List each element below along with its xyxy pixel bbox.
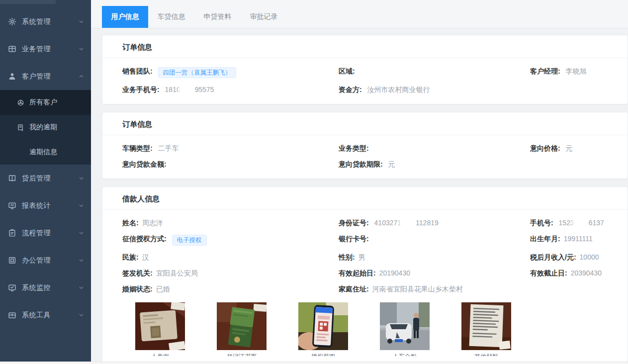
handwritten-doc-photo[interactable]: 其他材料	[461, 302, 511, 356]
field-bank-card: 银行卡号:	[339, 234, 530, 246]
tab-car-loan-info[interactable]: 车贷信息	[148, 6, 194, 28]
sidebar-item-label: 办公管理	[22, 256, 79, 265]
sidebar-item-system-mgmt[interactable]: 系统管理	[0, 8, 91, 35]
card-title: 借款人信息	[102, 187, 628, 210]
open-book-icon	[8, 174, 16, 182]
field-home-address: 家庭住址:河南省宜阳县花果山乡木柴村	[339, 284, 530, 293]
field-issuing-authority: 签发机关:宜阳县公安局	[122, 269, 339, 277]
field-business-phone: 业务手机号: 181095575	[122, 85, 339, 94]
privacy-blur	[575, 219, 588, 227]
sidebar-item-label: 流程管理	[22, 229, 79, 238]
sidebar-item-label: 系统工具	[22, 311, 79, 320]
sidebar-item-overdue-info[interactable]: 逾期信息	[0, 140, 91, 165]
empty-cell	[530, 160, 616, 169]
clipboard-icon	[8, 229, 16, 237]
field-sales-team: 销售团队: 四团一营（直属王鹏飞）	[122, 67, 339, 78]
field-monthly-income: 税后月收入/元:10000	[530, 253, 616, 262]
chevron-down-icon	[79, 312, 84, 318]
field-gender: 性别:男	[339, 253, 530, 262]
sidebar-item-all-customers[interactable]: 所有客户	[0, 90, 91, 115]
sidebar-item-office-mgmt[interactable]: 办公管理	[0, 247, 91, 274]
car-person-photo[interactable]: 人车合影	[380, 302, 430, 356]
field-name: 姓名:周志洋	[122, 218, 339, 227]
sidebar-item-my-overdue[interactable]: 我的逾期	[0, 115, 91, 140]
sidebar-item-customer-mgmt[interactable]: 客户管理	[0, 63, 91, 90]
sidebar-item-system-monitor[interactable]: 系统监控	[0, 274, 91, 301]
sidebar-item-label: 业务管理	[22, 45, 79, 54]
monitor-check-icon	[8, 283, 16, 292]
field-ethnicity: 民族:汉	[122, 253, 339, 262]
sidebar-item-label: 贷后管理	[22, 174, 79, 183]
photo-caption: 授权截图	[298, 354, 348, 356]
sidebar-item-system-tools[interactable]: 系统工具	[0, 301, 91, 329]
field-intent-price: 意向价格: 元	[530, 144, 616, 153]
sidebar-item-process-mgmt[interactable]: 流程管理	[0, 219, 91, 247]
chevron-down-icon	[79, 19, 84, 24]
phone-qr-photo[interactable]: 授权截图	[298, 302, 348, 356]
field-intent-loan-amount: 意向贷款金额:	[122, 160, 339, 169]
chevron-down-icon	[79, 285, 84, 290]
field-vehicle-type: 车辆类型: 二手车	[122, 144, 339, 153]
sidebar-menu: 系统管理 业务管理 客户管理 所有客户	[0, 8, 91, 329]
field-business-type: 业务类型:	[339, 144, 530, 153]
photo-caption: 登记证书页	[217, 354, 267, 356]
tab-bar: 用户信息 车贷信息 申贷资料 审批记录	[91, 0, 628, 28]
field-funder: 资金方: 汝州市农村商业银行	[339, 85, 530, 94]
sidebar-item-postloan-mgmt[interactable]: 贷后管理	[0, 165, 91, 192]
grid-icon	[8, 45, 16, 53]
document-photo-row: 人像面	[122, 302, 616, 356]
privacy-blur	[181, 86, 194, 93]
field-valid-to: 有效截止日:20390430	[530, 269, 616, 277]
photo-caption: 人像面	[135, 354, 185, 356]
sidebar-item-label: 报表统计	[22, 201, 79, 210]
field-valid-from: 有效起始日:20190430	[339, 269, 530, 277]
main-content: 用户信息 车贷信息 申贷资料 审批记录 订单信息 销售团队: 四团一营（直属王鹏…	[91, 0, 628, 364]
chevron-up-icon	[79, 74, 84, 79]
empty-cell	[530, 85, 616, 94]
toolbox-icon	[8, 311, 16, 319]
photo-caption: 其他材料	[461, 354, 511, 356]
chevron-down-icon	[79, 176, 84, 181]
sidebar-item-label: 我的逾期	[29, 123, 57, 132]
square-icon	[8, 256, 16, 265]
gear-icon	[8, 17, 16, 26]
horizontal-scrollbar[interactable]	[0, 362, 628, 364]
sidebar-item-label: 系统监控	[22, 283, 79, 292]
card-title: 订单信息	[102, 112, 628, 135]
field-id-number: 身份证号: 4103271112819	[339, 218, 530, 227]
sidebar: 系统管理 业务管理 客户管理 所有客户	[0, 0, 91, 364]
chevron-down-icon	[79, 258, 84, 263]
sidebar-item-business-mgmt[interactable]: 业务管理	[0, 35, 91, 63]
sidebar-item-label: 客户管理	[22, 72, 79, 81]
tab-approval-records[interactable]: 审批记录	[241, 6, 287, 28]
sidebar-item-label: 逾期信息	[29, 148, 57, 157]
chevron-down-icon	[79, 203, 84, 208]
order-info-card-1: 订单信息 销售团队: 四团一营（直属王鹏飞） 区域: 客户经理: 李晓旭	[102, 35, 628, 104]
empty-cell	[530, 284, 616, 293]
tab-user-info[interactable]: 用户信息	[102, 6, 148, 28]
order-info-card-2: 订单信息 车辆类型: 二手车 业务类型: 意向价格: 元	[102, 112, 628, 179]
customer-mgmt-submenu: 所有客户 我的逾期 逾期信息	[0, 90, 91, 165]
tab-loan-application-docs[interactable]: 申贷资料	[194, 6, 241, 28]
notebook-icon	[17, 124, 24, 131]
user-icon	[8, 72, 16, 81]
card-title: 订单信息	[102, 35, 628, 58]
sidebar-item-report-stats[interactable]: 报表统计	[0, 192, 91, 219]
sidebar-item-label: 所有客户	[29, 98, 57, 107]
chevron-down-icon	[79, 46, 84, 52]
field-intent-loan-term: 意向贷款期限: 元	[339, 160, 530, 169]
privacy-blur	[402, 219, 415, 227]
sidebar-item-label: 系统管理	[22, 17, 79, 26]
scroll-area: 订单信息 销售团队: 四团一营（直属王鹏飞） 区域: 客户经理: 李晓旭	[91, 28, 628, 364]
sales-team-tag: 四团一营（直属王鹏飞）	[158, 67, 237, 78]
field-birth-date: 出生年月:19911111	[530, 234, 616, 246]
credit-auth-tag: 电子授权	[172, 235, 207, 246]
field-region: 区域:	[339, 67, 530, 78]
id-card-photo[interactable]: 人像面	[135, 302, 185, 356]
field-credit-auth-method: 征信授权方式: 电子授权	[122, 234, 339, 246]
field-marital-status: 婚姻状态:已婚	[122, 284, 339, 293]
photo-caption: 人车合影	[380, 354, 430, 356]
borrower-info-card: 借款人信息 姓名:周志洋 身份证号: 4103271112819 手机号: 15…	[102, 186, 628, 364]
green-booklet-photo[interactable]: 登记证书页	[217, 302, 267, 356]
chevron-down-icon	[79, 230, 84, 236]
